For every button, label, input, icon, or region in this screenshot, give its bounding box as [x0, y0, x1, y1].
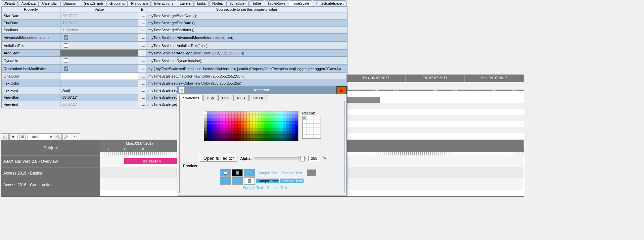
svg-rect-272: [277, 138, 280, 141]
property-row[interactable]: AdvancedMouseInteractions...myTimeScale.…: [2, 34, 347, 42]
edit-button[interactable]: ...: [138, 94, 146, 101]
tab-grouping[interactable]: Grouping: [106, 0, 128, 6]
property-value[interactable]: 03.07.17: [60, 12, 138, 19]
eyedropper-icon[interactable]: ✎: [323, 156, 328, 161]
svg-rect-208: [271, 131, 274, 135]
tab-scheduler[interactable]: Scheduler: [226, 0, 249, 6]
edit-button[interactable]: ...: [138, 34, 146, 42]
subject-row[interactable]: Access 2016 - Construction: [1, 179, 100, 191]
property-name: Dynamic: [2, 57, 60, 65]
alpha-slider[interactable]: [255, 157, 306, 159]
tab-timescale[interactable]: TimeScale: [289, 0, 312, 6]
svg-rect-49: [259, 115, 262, 118]
property-value[interactable]: Arial: [60, 87, 138, 94]
edit-button[interactable]: ...: [138, 73, 146, 80]
edit-button[interactable]: ...: [138, 27, 146, 34]
property-value[interactable]: [60, 57, 138, 65]
edit-button[interactable]: ...: [138, 19, 146, 27]
edit-button[interactable]: ...: [138, 42, 146, 50]
col-source[interactable]: Sourcecode to set this property value: [146, 7, 347, 12]
property-value[interactable]: 03.07.17: [60, 94, 138, 101]
svg-rect-23: [274, 111, 277, 115]
property-value[interactable]: [60, 34, 138, 42]
tab-calendar[interactable]: Calendar: [39, 0, 60, 6]
book-icon[interactable]: 📖: [2, 134, 9, 140]
property-checkbox[interactable]: [64, 58, 68, 63]
property-value[interactable]: [60, 50, 138, 57]
tab-timescaleexpert[interactable]: TimeScaleExpert: [313, 0, 347, 6]
svg-rect-131: [225, 125, 228, 128]
gantt-bar[interactable]: Balderson: [124, 158, 179, 164]
property-row[interactable]: StartDate03.07.17...myTimeScale.getStart…: [2, 12, 347, 19]
swatch-grid[interactable]: [204, 111, 298, 141]
property-checkbox[interactable]: [64, 66, 68, 71]
page-icon[interactable]: 🗎: [9, 134, 16, 140]
property-row[interactable]: AntialiasText...myTimeScale.setAntialias…: [2, 42, 347, 50]
property-row[interactable]: Dynamic...myTimeScale.setDynamic(false);: [2, 57, 347, 65]
svg-rect-242: [280, 134, 283, 138]
svg-rect-194: [228, 131, 231, 135]
tab-table[interactable]: Table: [249, 0, 264, 6]
recent-swatches[interactable]: [302, 116, 321, 139]
svg-rect-122: [292, 121, 295, 125]
property-row[interactable]: EndDate13.08.17...myTimeScale.getEndDate…: [2, 19, 347, 27]
subject-row[interactable]: AJAX and Web 2.0 - Overview: [1, 156, 100, 167]
gantt-bar[interactable]: [347, 97, 380, 103]
tab-jgantt[interactable]: JGantt: [1, 0, 18, 6]
edit-button[interactable]: ...: [138, 80, 146, 87]
edit-button[interactable]: ...: [138, 87, 146, 94]
tab-tablerows[interactable]: TableRows: [265, 0, 289, 6]
svg-rect-152: [289, 125, 292, 128]
tab-interactions[interactable]: Interactions: [151, 0, 176, 6]
property-value[interactable]: [60, 65, 138, 73]
svg-rect-243: [283, 134, 286, 138]
alpha-value[interactable]: 255: [308, 156, 320, 161]
print-icon[interactable]: 🖶: [19, 134, 26, 140]
edit-button[interactable]: ...: [138, 57, 146, 65]
open-full-editor-button[interactable]: Open full editor: [200, 155, 237, 162]
tab-links[interactable]: Links: [194, 0, 209, 6]
svg-rect-90: [289, 118, 292, 122]
tab-histogram[interactable]: Histogram: [128, 0, 151, 6]
color-tab-cmyk[interactable]: CMYK: [249, 95, 267, 101]
zoom-out-icon[interactable]: 🔎: [62, 134, 69, 140]
color-tab-rgb[interactable]: RGB: [233, 95, 249, 101]
property-value[interactable]: [60, 80, 138, 87]
property-row[interactable]: ResolutionUserModifiable...try { myTimeS…: [2, 65, 347, 73]
zoom-in-icon[interactable]: 🔍: [55, 134, 62, 140]
edit-button[interactable]: ...: [138, 12, 146, 19]
property-value[interactable]: 06.07.17: [60, 101, 138, 108]
color-tab-swatches[interactable]: Swatches: [179, 95, 203, 101]
property-row[interactable]: AreaStyle...myTimeScale.setAreaStyle(new…: [2, 50, 347, 57]
edit-button[interactable]: ...: [138, 50, 146, 57]
col-value[interactable]: Value: [60, 7, 138, 12]
property-checkbox[interactable]: [64, 43, 68, 48]
tab-nodes[interactable]: Nodes: [209, 0, 226, 6]
edit-button[interactable]: ...: [138, 65, 146, 73]
color-tab-hsv[interactable]: HSV: [203, 95, 218, 101]
property-checkbox[interactable]: [64, 35, 68, 40]
svg-rect-182: [286, 128, 289, 131]
col-e[interactable]: E: [138, 7, 146, 12]
property-value[interactable]: 13.08.17: [60, 19, 138, 27]
subject-row[interactable]: Access 2016 - Basics: [1, 167, 100, 179]
color-tab-hsl[interactable]: HSL: [218, 95, 233, 101]
svg-rect-207: [268, 131, 271, 135]
tab-diagram[interactable]: Diagram: [60, 0, 81, 6]
zoom-dropdown-icon[interactable]: ▾: [48, 134, 54, 140]
property-row[interactable]: Sections1 Section...myTimeScale.getSecti…: [2, 27, 347, 34]
property-row[interactable]: LineColor...myTimeScale.setLineColor(new…: [2, 73, 347, 80]
tab-layers[interactable]: Layers: [177, 0, 194, 6]
edit-button[interactable]: ...: [138, 101, 146, 108]
property-value[interactable]: [60, 73, 138, 80]
property-value[interactable]: [60, 42, 138, 50]
tab-ganttgraph[interactable]: GanttGraph: [81, 0, 106, 6]
close-button[interactable]: X: [336, 86, 347, 94]
col-property[interactable]: Property: [2, 7, 60, 12]
svg-rect-223: [222, 134, 225, 138]
property-value[interactable]: 1 Section: [60, 27, 138, 34]
tab-appdata[interactable]: AppData: [18, 0, 39, 6]
svg-rect-157: [210, 128, 213, 131]
zoom-fit-button[interactable]: 1:1: [70, 134, 79, 140]
zoom-input[interactable]: [29, 134, 47, 140]
